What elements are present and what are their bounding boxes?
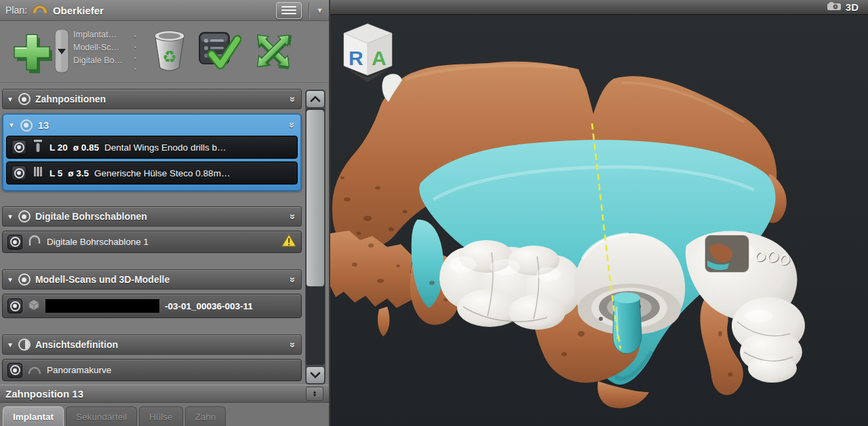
drill-diameter: ø 0.85	[73, 142, 99, 153]
collapse-triangle-icon[interactable]: ▼	[7, 96, 14, 103]
app-window: Plan: Oberkiefer ▼	[0, 0, 868, 426]
guide-window	[705, 235, 749, 273]
double-chevron-icon[interactable]: »	[288, 342, 298, 347]
collapse-triangle-icon[interactable]: ▼	[8, 121, 15, 129]
sleeve-icon	[32, 165, 44, 181]
section-title: Zahnpositionen	[35, 94, 285, 104]
double-chevron-icon[interactable]: »	[288, 277, 298, 282]
visibility-icon[interactable]	[18, 93, 31, 105]
cube-face-right-label: R	[349, 47, 363, 69]
export-cross-button[interactable]	[248, 27, 298, 77]
collapse-triangle-icon[interactable]: ▼	[7, 213, 14, 220]
visibility-icon[interactable]	[18, 210, 31, 222]
section-modellscans[interactable]: ▼ Modell-Scans und 3D-Modelle »	[2, 269, 302, 290]
cube-icon	[28, 298, 40, 314]
plan-name: Oberkiefer	[53, 5, 104, 16]
plan-sidebar: Plan: Oberkiefer ▼	[0, 0, 330, 426]
add-menu-item-bohrschablone[interactable]: Digitale Bo…	[73, 56, 129, 65]
object-toolbar: Implantat… Modell-Sc… Digitale Bo… ♻	[0, 22, 329, 83]
plan-label: Plan:	[5, 5, 27, 16]
header-separator	[309, 2, 309, 18]
implant-model	[613, 292, 642, 353]
tab-sekundaerteil[interactable]: Sekundärteil	[66, 406, 137, 426]
plan-menu-button[interactable]	[276, 2, 302, 19]
visibility-icon[interactable]	[18, 273, 31, 286]
view-mode-label[interactable]: 3D	[846, 1, 859, 13]
template-arc-icon	[28, 235, 41, 250]
scroll-down-button[interactable]	[306, 366, 325, 384]
tree-scrollbar[interactable]	[305, 90, 326, 385]
tooth-position-row-13[interactable]: ▼ 13 »	[3, 115, 300, 136]
visibility-toggle[interactable]	[7, 235, 22, 250]
sleeve-diameter: ø 3.5	[68, 168, 89, 178]
visibility-toggle[interactable]	[7, 298, 22, 313]
scan-name-suffix: -03-01_00036-003-11	[165, 301, 253, 311]
object-tree: ▼ Zahnpositionen » ▼ 13 »	[0, 83, 329, 385]
collapse-triangle-icon[interactable]: ▼	[7, 341, 14, 349]
section-bohrschablonen[interactable]: ▼ Digitale Bohrschablonen »	[2, 206, 302, 227]
visibility-icon[interactable]	[20, 119, 33, 132]
section-title: Ansichtsdefinition	[35, 339, 285, 350]
cube-face-anterior-label: A	[372, 47, 387, 69]
template-row[interactable]: Digitale Bohrschablone 1	[2, 231, 302, 253]
selection-spinner[interactable]: ▲▼	[306, 387, 323, 401]
panorama-arc-icon	[28, 363, 41, 378]
section-ansichtsdefinition[interactable]: ▼ Ansichtsdefinition »	[2, 334, 302, 355]
panorama-curve-row[interactable]: Panoramakurve	[2, 359, 302, 381]
sleeve-row[interactable]: L 5 ø 3.5 Generische Hülse Steco 0.88m…	[6, 161, 298, 185]
model-scan-row[interactable]: -03-01_00036-003-11	[2, 294, 302, 318]
jaw-icon	[31, 3, 49, 18]
panorama-name: Panoramakurve	[47, 365, 111, 375]
tab-huelse[interactable]: Hülse	[139, 406, 183, 426]
double-chevron-icon[interactable]: »	[287, 122, 297, 128]
plan-header: Plan: Oberkiefer ▼	[0, 0, 329, 21]
viewport-topbar: 3D	[330, 0, 868, 15]
double-chevron-icon[interactable]: »	[288, 214, 298, 219]
apply-plan-button[interactable]	[198, 30, 241, 75]
add-object-button[interactable]	[7, 26, 54, 79]
template-name: Digitale Bohrschablone 1	[47, 237, 276, 247]
sleeve-name: Generische Hülse Steco 0.88m…	[94, 168, 230, 178]
section-zahnpositionen[interactable]: ▼ Zahnpositionen »	[2, 89, 302, 109]
contrast-icon[interactable]	[18, 338, 31, 351]
double-chevron-icon[interactable]: »	[288, 96, 298, 102]
add-menu-item-implantat[interactable]: Implantat…	[73, 30, 129, 39]
tooth-position-group-13[interactable]: ▼ 13 » L 20 ø	[2, 113, 302, 191]
menu-dots	[134, 35, 136, 70]
tooth-position-label: 13	[38, 120, 284, 131]
add-menu-items[interactable]: Implantat… Modell-Sc… Digitale Bo…	[73, 30, 129, 65]
add-menu-item-modellscan[interactable]: Modell-Sc…	[73, 43, 129, 52]
svg-text:♻: ♻	[162, 47, 177, 66]
selection-label: Zahnposition 13	[5, 388, 306, 400]
add-object-dropdown[interactable]	[54, 28, 69, 76]
visibility-toggle[interactable]	[12, 166, 26, 180]
camera-icon[interactable]	[827, 1, 842, 14]
tab-implantat[interactable]: Implantat	[3, 406, 64, 426]
delete-button[interactable]: ♻	[151, 27, 189, 76]
drill-row[interactable]: L 20 ø 0.85 Dental Wings Enodo drills b…	[6, 136, 298, 159]
visibility-toggle[interactable]	[7, 363, 22, 378]
scroll-up-button[interactable]	[306, 90, 325, 108]
visibility-toggle[interactable]	[12, 140, 26, 155]
collapse-triangle-icon[interactable]: ▼	[7, 276, 14, 284]
drill-name: Dental Wings Enodo drills b…	[104, 142, 226, 153]
3d-viewport[interactable]: R A	[330, 15, 868, 426]
plan-dropdown-arrow-icon[interactable]: ▼	[316, 6, 323, 14]
selection-footer: Zahnposition 13 ▲▼	[0, 385, 329, 403]
drill-length: L 20	[50, 142, 68, 153]
section-title: Modell-Scans und 3D-Modelle	[35, 274, 285, 285]
tab-zahn[interactable]: Zahn	[185, 406, 226, 426]
detail-tabs: Implantat Sekundärteil Hülse Zahn	[0, 404, 329, 426]
sleeve-length: L 5	[50, 168, 62, 178]
drill-icon	[32, 139, 44, 155]
3d-scene-svg[interactable]: R A	[330, 15, 868, 426]
scrollbar-thumb[interactable]	[306, 109, 325, 287]
redacted-patient-id	[45, 299, 159, 313]
warning-icon	[281, 234, 296, 250]
section-title: Digitale Bohrschablonen	[35, 211, 285, 222]
